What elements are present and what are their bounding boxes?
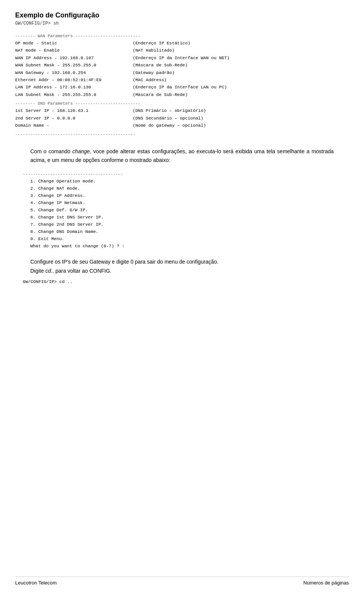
prose-italic-word: change xyxy=(72,148,90,154)
config-right-wan-gw: (Gateway padrão) xyxy=(133,69,174,76)
config-left-eth: Ethernet Addr - 00:08:52:01:4F:E9 xyxy=(15,77,133,83)
config-right-dns1: (DNS Primário – obrigatório) xyxy=(133,107,206,114)
config-row-eth: Ethernet Addr - 00:08:52:01:4F:E9 (MAC A… xyxy=(15,77,349,83)
menu-item-8: 8. Change DNS Domain Name. xyxy=(30,228,349,236)
instruction-line2-before: Digite xyxy=(30,268,46,274)
config-left-lan-mask: LAN Subnet Mask - 255.255.255.0 xyxy=(15,91,133,98)
config-right-domain: (Nome do gateway – opcional) xyxy=(133,122,206,129)
config-left-op: OP mode - Static xyxy=(15,40,133,47)
config-left-dns2: 2nd Server IP - 0.0.0.0 xyxy=(15,115,133,122)
footer-right: Números de páginas xyxy=(303,580,349,586)
footer-left: Leucotron Telecom xyxy=(15,580,57,586)
config-right-wan-ip: (Endereço IP da Interface WAN ou NET) xyxy=(133,55,229,61)
config-left-wan-mask: WAN Subnet Mask - 255.255.255.0 xyxy=(15,62,133,69)
prose-block: Com o comando change, voce pode alterar … xyxy=(30,147,334,164)
instruction-line1: Configure os IP's de seu Gateway e digit… xyxy=(30,258,334,267)
menu-prompt: What do you want to change (0-7) ? : xyxy=(30,243,349,250)
config-right-op: (Endereço IP Estático) xyxy=(133,40,190,47)
config-row-op: OP mode - Static (Endereço IP Estático) xyxy=(15,40,349,47)
config-row-nat: NAT mode - Enable (NAT Habilitado) xyxy=(15,47,349,54)
config-left-domain: Domain Name - xyxy=(15,122,133,129)
menu-top-divider: ---------------------------------------- xyxy=(23,172,349,176)
command-line: GW/CONFIG/IP> cd .. xyxy=(23,279,349,284)
config-right-lan-mask: (Máscara de Sub-Rede) xyxy=(133,91,188,98)
config-right-dns2: (DNS Secundário – opcional) xyxy=(133,115,203,122)
config-left-dns1: 1st Server IP - 168.126.63.1 xyxy=(15,107,133,114)
footer: Leucotron Telecom Números de páginas xyxy=(15,577,349,586)
config-right-nat: (NAT Habilitado) xyxy=(133,47,174,54)
menu-item-6: 6. Change 1st DNS Server IP. xyxy=(30,214,349,221)
config-right-lan-ip: (Endereço IP da Interface LAN ou PC) xyxy=(133,84,227,91)
config-left-lan-ip: LAN IP Address - 172.16.0.130 xyxy=(15,84,133,91)
menu-item-5: 5. Change Def. G/W IP. xyxy=(30,207,349,214)
config-left-wan-gw: WAN Gateway - 192.168.0.254 xyxy=(15,69,133,76)
instruction-italic-cd: cd xyxy=(46,268,51,274)
config-block: OP mode - Static (Endereço IP Estático) … xyxy=(15,40,349,98)
config-right-wan-mask: (Máscara de Sub-Rede) xyxy=(133,62,188,69)
config-row-wan-gw: WAN Gateway - 192.168.0.254 (Gateway pad… xyxy=(15,69,349,76)
config-row-domain: Domain Name - (Nome do gateway – opciona… xyxy=(15,122,349,129)
config-right-eth: (MAC Address) xyxy=(133,77,167,83)
menu-item-1: 1. Change Operation mode. xyxy=(30,178,349,185)
menu-item-4: 4. Change IP Netmask. xyxy=(30,200,349,207)
menu-block: 1. Change Operation mode. 2. Change NAT … xyxy=(30,178,349,250)
config-row-lan-mask: LAN Subnet Mask - 255.255.255.0 (Máscara… xyxy=(15,91,349,98)
config-left-wan-ip: WAN IP Address - 192.168.0.107 xyxy=(15,55,133,61)
page-title: Exemplo de Configuração xyxy=(15,11,349,19)
config-row-wan-ip: WAN IP Address - 192.168.0.107 (Endereço… xyxy=(15,55,349,61)
dns-block: 1st Server IP - 168.126.63.1 (DNS Primár… xyxy=(15,107,349,129)
menu-item-7: 7. Change 2nd DNS Server IP. xyxy=(30,221,349,228)
config-row-dns1: 1st Server IP - 168.126.63.1 (DNS Primár… xyxy=(15,107,349,114)
menu-item-0: 0. Exit Menu. xyxy=(30,236,349,243)
wan-divider: -------- WAN Parameters ----------------… xyxy=(15,34,349,38)
config-row-dns2: 2nd Server IP - 0.0.0.0 (DNS Secundário … xyxy=(15,115,349,122)
config-row-wan-mask: WAN Subnet Mask - 255.255.255.0 (Máscara… xyxy=(15,62,349,69)
prose-text-before: Com o comando xyxy=(30,148,72,154)
config-row-lan-ip: LAN IP Address - 172.16.0.130 (Endereço … xyxy=(15,84,349,91)
menu-item-2: 2. Change NAT mode. xyxy=(30,185,349,192)
config-left-nat: NAT mode - Enable xyxy=(15,47,133,54)
instruction-line2-after: para voltar ao CONFIG. xyxy=(54,268,111,274)
page-subtitle: GW/CONFIG/IP> sh xyxy=(15,21,349,26)
dns-divider: -------- DNS Parameters ----------------… xyxy=(15,101,349,106)
bottom-divider: ----------------------------------------… xyxy=(15,132,349,137)
instruction-block: Configure os IP's de seu Gateway e digit… xyxy=(30,258,334,276)
instruction-line2: Digite cd.. para voltar ao CONFIG. xyxy=(30,267,334,276)
menu-item-3: 3. Change IP Address. xyxy=(30,192,349,200)
